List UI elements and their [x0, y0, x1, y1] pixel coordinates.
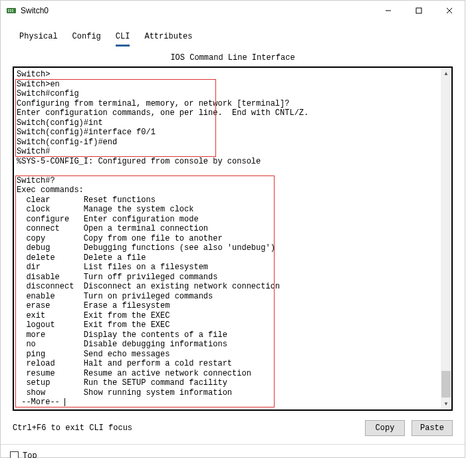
top-checkbox[interactable] — [10, 451, 19, 458]
scroll-down-arrow-icon[interactable]: ▼ — [441, 399, 451, 409]
svg-rect-6 — [12, 11, 13, 13]
window-controls — [373, 1, 465, 21]
tab-cli[interactable]: CLI — [116, 30, 130, 47]
svg-rect-1 — [8, 9, 9, 11]
svg-rect-5 — [10, 11, 11, 13]
copy-button[interactable]: Copy — [365, 420, 405, 436]
app-icon — [6, 5, 17, 16]
footer: Top — [1, 444, 465, 459]
highlight-box — [15, 175, 275, 407]
content-area: Physical Config CLI Attributes IOS Comma… — [1, 21, 465, 444]
titlebar: Switch0 — [1, 1, 465, 21]
minimize-button[interactable] — [373, 1, 404, 21]
svg-rect-3 — [12, 9, 13, 11]
paste-button[interactable]: Paste — [412, 420, 453, 436]
cli-heading: IOS Command Line Interface — [13, 53, 453, 62]
top-checkbox-label: Top — [23, 451, 37, 459]
tab-physical[interactable]: Physical — [19, 30, 58, 47]
cli-terminal[interactable]: Switch> Switch>en Switch#config Configur… — [14, 68, 441, 409]
tab-config[interactable]: Config — [72, 30, 101, 47]
cli-hint: Ctrl+F6 to exit CLI focus — [13, 423, 358, 433]
tab-attributes[interactable]: Attributes — [144, 30, 192, 47]
cli-bottom-row: Ctrl+F6 to exit CLI focus Copy Paste — [13, 420, 453, 436]
app-window: Switch0 Physical Config CLI Attributes I… — [0, 0, 465, 458]
window-title: Switch0 — [21, 6, 373, 15]
highlight-box — [15, 79, 216, 157]
cli-panel: Switch> Switch>en Switch#config Configur… — [13, 66, 453, 411]
scroll-up-arrow-icon[interactable]: ▲ — [441, 68, 451, 78]
svg-rect-0 — [7, 8, 16, 13]
maximize-button[interactable] — [404, 1, 434, 21]
cli-scrollbar[interactable]: ▲ ▼ — [441, 68, 451, 409]
svg-rect-8 — [416, 8, 421, 13]
tab-bar: Physical Config CLI Attributes — [13, 27, 453, 47]
scroll-thumb[interactable] — [441, 371, 451, 398]
svg-rect-2 — [10, 9, 11, 11]
close-button[interactable] — [434, 1, 465, 21]
svg-rect-4 — [8, 11, 9, 13]
